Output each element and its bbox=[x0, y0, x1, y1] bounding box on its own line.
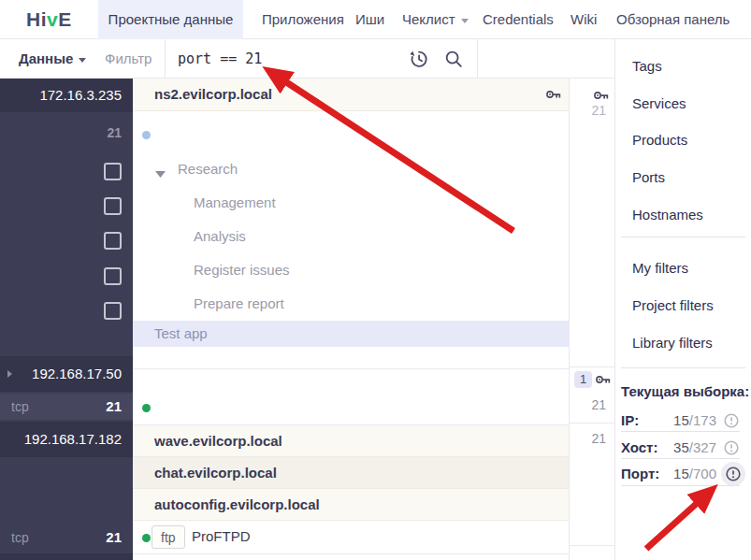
selection-total: /700 bbox=[689, 466, 716, 481]
tree-item-management[interactable]: Management bbox=[194, 194, 276, 210]
divider bbox=[621, 431, 740, 432]
host-row-ns2[interactable]: ns2.evilcorp.local bbox=[133, 79, 569, 111]
protocol-label: tcp bbox=[11, 394, 29, 420]
host-checkbox[interactable] bbox=[104, 232, 122, 250]
port-row[interactable]: tcp 21 bbox=[0, 524, 133, 552]
info-icon[interactable] bbox=[726, 467, 741, 481]
tree-item-register-issues[interactable]: Register issues bbox=[194, 262, 290, 278]
sidebar-item-tags[interactable]: Tags bbox=[632, 58, 662, 74]
tab-project-data[interactable]: Проектные данные bbox=[98, 0, 243, 39]
filter-query-input[interactable]: port == 21 bbox=[178, 39, 262, 79]
selection-row-ip: IP: 15/173 bbox=[615, 410, 751, 431]
key-icon[interactable] bbox=[595, 372, 611, 387]
hostname-label: wave.evilcorp.local bbox=[154, 433, 282, 449]
sidebar-item-services[interactable]: Services bbox=[632, 95, 686, 111]
sidebar-item-hostnames[interactable]: Hostnames bbox=[632, 207, 703, 223]
logo-letter-v: v bbox=[47, 8, 58, 30]
current-selection-title: Текущая выборка: bbox=[621, 383, 749, 399]
logo-letter-h: H bbox=[26, 8, 41, 30]
row-divider bbox=[133, 553, 569, 554]
filter-menu[interactable]: Фильтр bbox=[105, 39, 152, 79]
service-tag: ftp bbox=[152, 525, 185, 549]
host-checkbox[interactable] bbox=[104, 302, 122, 320]
service-row-ftp[interactable]: ftp ProFTPD bbox=[133, 521, 569, 553]
selection-row-port: Порт: 15/700 bbox=[615, 462, 751, 486]
selection-value: 35/327 bbox=[673, 439, 716, 456]
section-divider bbox=[570, 545, 614, 546]
host-row-wave[interactable]: wave.evilcorp.local bbox=[133, 425, 569, 457]
info-icon[interactable] bbox=[724, 413, 739, 428]
divider bbox=[165, 39, 166, 79]
sidebar-item-project-filters[interactable]: Project filters bbox=[632, 297, 714, 313]
count-badge: 1 bbox=[574, 371, 592, 388]
port-number-label: 21 bbox=[0, 125, 122, 140]
selection-total: /327 bbox=[689, 439, 716, 455]
tab-wiki[interactable]: Wiki bbox=[570, 0, 597, 39]
tab-checklist-label: Чеклист bbox=[402, 11, 455, 27]
hostname-label: ns2.evilcorp.local bbox=[154, 79, 272, 110]
host-row-autoconfig[interactable]: autoconfig.evilcorp.local bbox=[133, 489, 569, 521]
section-divider bbox=[570, 423, 614, 424]
info-icon[interactable] bbox=[724, 440, 739, 455]
sidebar-item-products[interactable]: Products bbox=[632, 132, 687, 148]
logo-letter-e: E bbox=[58, 8, 72, 30]
ports-column: 21 1 21 21 bbox=[569, 79, 614, 560]
port-row-selected[interactable]: tcp 21 bbox=[0, 394, 133, 420]
hive-logo[interactable]: HivE bbox=[26, 0, 72, 39]
sidebar-item-my-filters[interactable]: My filters bbox=[632, 260, 688, 276]
tree-item-prepare-report[interactable]: Prepare report bbox=[194, 295, 284, 311]
service-product-label: ProFTPD bbox=[192, 528, 251, 544]
selection-label: IP: bbox=[621, 412, 639, 428]
status-dot-blue bbox=[142, 131, 151, 139]
data-dropdown[interactable]: Данные bbox=[19, 39, 86, 79]
divider bbox=[621, 458, 740, 459]
right-sidebar: Tags Services Products Ports Hostnames M… bbox=[614, 39, 751, 560]
status-dot-green bbox=[142, 404, 151, 412]
selection-current: 35 bbox=[673, 439, 689, 455]
section-divider bbox=[570, 366, 614, 367]
selection-row-host: Хост: 35/327 bbox=[615, 438, 751, 458]
hostname-label: chat.evilcorp.local bbox=[154, 465, 277, 481]
host-row-chat[interactable]: chat.evilcorp.local bbox=[133, 457, 569, 489]
selection-value: 15/700 bbox=[673, 466, 716, 482]
tree-root-research[interactable]: Research bbox=[178, 161, 238, 177]
section-divider bbox=[133, 424, 569, 425]
tab-applications[interactable]: Приложения bbox=[262, 0, 344, 39]
ip-sidebar: 172.16.3.235 21 192.168.17.50 tcp 21 192… bbox=[0, 79, 133, 560]
host-checkbox[interactable] bbox=[104, 267, 122, 285]
tab-checklist[interactable]: Чеклист bbox=[402, 0, 469, 39]
port-count: 21 bbox=[591, 397, 606, 412]
history-icon[interactable] bbox=[408, 49, 428, 69]
port-count: 21 bbox=[591, 103, 606, 118]
divider bbox=[621, 237, 745, 237]
selection-current: 15 bbox=[673, 412, 689, 428]
port-label: 21 bbox=[106, 394, 122, 420]
test-app-label: Test app bbox=[154, 325, 208, 341]
tree-item-analysis[interactable]: Analysis bbox=[194, 228, 246, 244]
protocol-label: tcp bbox=[11, 524, 29, 552]
selection-label: Хост: bbox=[621, 439, 657, 455]
host-checkbox[interactable] bbox=[104, 197, 122, 215]
tab-credentials[interactable]: Credentials bbox=[483, 0, 554, 39]
tree-collapse-toggle[interactable] bbox=[155, 165, 166, 181]
tab-overview-panel[interactable]: Обзорная панель bbox=[616, 0, 729, 39]
sidebar-item-ports[interactable]: Ports bbox=[632, 169, 665, 185]
search-icon[interactable] bbox=[443, 49, 464, 69]
test-app-row[interactable]: Test app bbox=[133, 321, 569, 347]
chevron-right-icon bbox=[7, 370, 12, 378]
data-dropdown-label: Данные bbox=[19, 50, 73, 66]
tab-issues[interactable]: Иши bbox=[355, 0, 384, 39]
sidebar-item-library-filters[interactable]: Library filters bbox=[632, 335, 713, 351]
ip-group-172-16-3-235[interactable]: 172.16.3.235 bbox=[0, 79, 133, 112]
section-divider bbox=[133, 368, 569, 369]
top-navbar: HivE Проектные данные Приложения Иши Чек… bbox=[0, 0, 751, 39]
ip-group-192-168-17-182[interactable]: 192.168.17.182 bbox=[0, 422, 133, 457]
port-label: 21 bbox=[106, 524, 122, 552]
ip-label: 192.168.17.50 bbox=[32, 366, 122, 381]
host-checkbox[interactable] bbox=[104, 163, 122, 180]
selection-current: 15 bbox=[673, 466, 689, 481]
key-icon[interactable] bbox=[545, 87, 561, 102]
chevron-down-icon bbox=[461, 19, 469, 23]
key-icon[interactable] bbox=[593, 88, 609, 103]
ip-group-192-168-17-50[interactable]: 192.168.17.50 bbox=[0, 356, 133, 392]
